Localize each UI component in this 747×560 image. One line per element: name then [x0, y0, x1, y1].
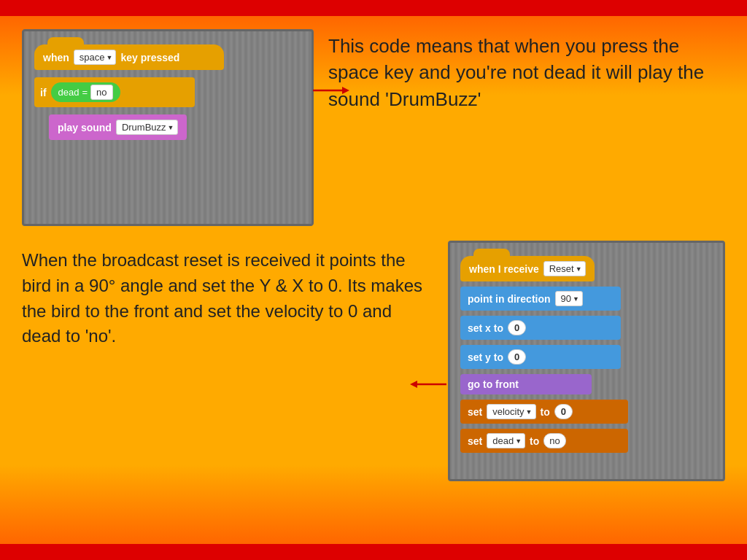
bottom-section: When the broadcast reset is received it … — [0, 233, 747, 489]
border-top — [0, 0, 747, 16]
dead-dropdown[interactable]: dead ▼ — [487, 433, 525, 448]
key-pressed-label: key pressed — [120, 52, 179, 63]
condition-value: no — [90, 85, 112, 100]
scratch-block-top: when space ▼ key pressed if dead = no pl… — [22, 29, 314, 226]
set-x-block: set x to 0 — [460, 316, 621, 340]
receive-dropdown[interactable]: Reset ▼ — [543, 261, 586, 276]
set-y-block: set y to 0 — [460, 345, 621, 369]
svg-marker-3 — [410, 381, 417, 388]
set-y-value: 0 — [508, 349, 526, 365]
go-to-front-label: go to front — [468, 378, 519, 390]
point-direction-block: point in direction 90 ▼ — [460, 287, 621, 311]
border-bottom — [0, 544, 747, 560]
set-velocity-set-label: set — [468, 406, 482, 418]
receive-block: when I receive Reset ▼ — [460, 256, 595, 281]
velocity-value: 0 — [554, 404, 573, 419]
velocity-dropdown-arrow-icon: ▼ — [526, 408, 533, 416]
top-section: when space ▼ key pressed if dead = no pl… — [0, 16, 747, 233]
sound-dropdown[interactable]: DrumBuzz ▼ — [116, 120, 178, 135]
main-content: when space ▼ key pressed if dead = no pl… — [0, 16, 747, 544]
dropdown-arrow-icon: ▼ — [106, 54, 112, 61]
sound-dropdown-arrow-icon: ▼ — [168, 124, 174, 131]
direction-dropdown-arrow-icon: ▼ — [573, 295, 579, 303]
set-x-value: 0 — [508, 320, 526, 335]
play-sound-block: play sound DrumBuzz ▼ — [49, 114, 187, 140]
arrow-top-icon — [313, 84, 349, 97]
dead-value: no — [543, 433, 565, 448]
direction-dropdown[interactable]: 90 ▼ — [555, 291, 583, 306]
set-dead-block: set dead ▼ to no — [460, 429, 628, 453]
dead-dropdown-arrow-icon: ▼ — [515, 438, 522, 445]
space-dropdown[interactable]: space ▼ — [74, 50, 117, 65]
when-label: when — [43, 52, 69, 63]
scratch-block-bottom: when I receive Reset ▼ point in directio… — [448, 241, 725, 481]
condition-block: dead = no — [51, 82, 120, 102]
when-hat-block: when space ▼ key pressed — [34, 44, 224, 70]
set-y-label: set y to — [468, 351, 503, 363]
arrow-bottom-icon — [410, 378, 446, 391]
top-description: This code means that when you press the … — [328, 29, 725, 226]
velocity-dropdown[interactable]: velocity ▼ — [487, 404, 535, 419]
svg-marker-1 — [342, 87, 349, 94]
receive-label: when I receive — [469, 263, 539, 275]
dead-to-label: to — [530, 435, 539, 447]
go-to-front-block: go to front — [460, 374, 592, 394]
set-velocity-block: set velocity ▼ to 0 — [460, 400, 628, 424]
velocity-to-label: to — [541, 406, 550, 418]
set-dead-set-label: set — [468, 435, 482, 447]
receive-dropdown-arrow-icon: ▼ — [576, 265, 582, 273]
play-sound-label: play sound — [58, 122, 112, 133]
point-direction-label: point in direction — [468, 293, 551, 305]
bottom-description: When the broadcast reset is received it … — [22, 241, 433, 349]
set-x-label: set x to — [468, 322, 503, 334]
if-label: if — [40, 87, 47, 98]
if-block: if dead = no — [34, 77, 195, 107]
